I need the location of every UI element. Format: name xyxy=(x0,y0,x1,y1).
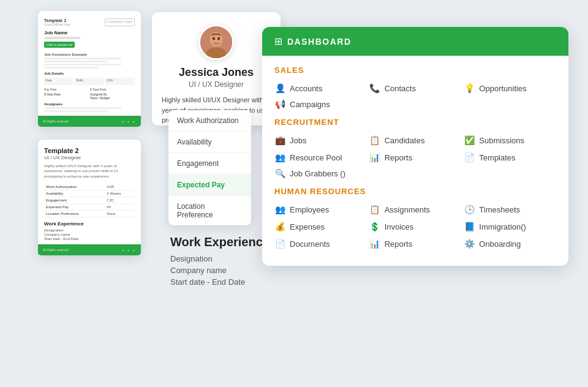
template1-section: Job Assistance Example xyxy=(44,53,135,56)
table-row: Location PreferenceNone xyxy=(44,211,135,217)
template1-badge: Click to preview ad xyxy=(44,42,75,48)
recruitment-section-title: RECRUITMENT xyxy=(274,118,556,127)
list-item: Designation xyxy=(170,254,270,263)
menu-label-onboarding: Onboarding xyxy=(479,239,521,249)
work-experience-section: Work Experience Designation Company name… xyxy=(170,235,270,289)
list-item: Company name xyxy=(170,266,270,275)
dashboard-body: SALES 👤 Accounts 📞 Contacts 💡 Opportunit… xyxy=(262,56,568,266)
submissions-icon: ✅ xyxy=(464,135,475,145)
hr-reports-icon: 📊 xyxy=(369,239,380,249)
sidebar-item-work-auth[interactable]: Work Authorization xyxy=(168,110,251,132)
table-row: Work AuthorizationH1B xyxy=(44,184,135,190)
menu-item-campaigns[interactable]: 📢 Campaigns xyxy=(274,98,556,110)
svg-point-5 xyxy=(217,37,220,40)
menu-item-candidates[interactable]: 📋 Candidates xyxy=(369,134,462,146)
sidebar-item-engagement[interactable]: Engagement xyxy=(168,153,251,175)
menu-label-submissions: Submissions xyxy=(479,136,524,145)
person-icon: 👤 xyxy=(274,83,285,93)
dashboard-title: DASHBOARD xyxy=(287,37,352,47)
avatar xyxy=(198,24,234,60)
menu-item-templates[interactable]: 📄 Templates xyxy=(464,151,556,163)
menu-label-employees: Employees xyxy=(290,205,329,214)
table-row: Availability2 Weeks xyxy=(44,190,135,197)
template2-footer: All Rights reserved xyxy=(43,248,69,252)
hr-section-title: HUMAN RESOURCES xyxy=(274,187,556,196)
template1-title: Template 1 xyxy=(44,18,70,23)
menu-item-documents[interactable]: 📄 Documents xyxy=(274,238,367,250)
menu-label-documents: Documents xyxy=(290,239,330,249)
candidates-icon: 📋 xyxy=(369,135,380,145)
templates-icon: 📄 xyxy=(464,152,475,162)
megaphone-icon: 📢 xyxy=(274,99,285,109)
menu-label-campaigns: Campaigns xyxy=(290,100,330,109)
menu-item-timesheets[interactable]: 🕒 Timesheets xyxy=(464,203,556,216)
resource-icon: 👥 xyxy=(274,152,285,162)
timesheets-icon: 🕒 xyxy=(464,205,475,214)
recruitment-menu-grid: 💼 Jobs 📋 Candidates ✅ Submissions 👥 Reso… xyxy=(274,134,556,163)
menu-label-invoices: Invoices xyxy=(385,222,414,231)
menu-item-assignments[interactable]: 📋 Assignments xyxy=(369,203,462,216)
profile-role: UI / UX Designer xyxy=(162,80,271,89)
menu-item-resource-pool[interactable]: 👥 Resource Pool xyxy=(274,151,367,163)
menu-label-expenses: Expenses xyxy=(290,222,325,231)
menu-label-timesheets: Timesheets xyxy=(479,205,520,214)
expenses-icon: 💰 xyxy=(274,222,285,231)
hr-menu-grid: 👥 Employees 📋 Assignments 🕒 Timesheets 💰… xyxy=(274,203,556,250)
menu-item-invoices[interactable]: 💲 Invoices xyxy=(369,220,462,233)
sidebar-item-location[interactable]: Location Preference xyxy=(168,196,251,225)
menu-label-jobs: Jobs xyxy=(290,136,306,145)
menu-item-reports-hr[interactable]: 📊 Reports xyxy=(369,238,462,250)
menu-label-job-grabbers: Job Grabbers () xyxy=(290,169,345,178)
briefcase-icon: 💼 xyxy=(274,135,285,145)
menu-item-reports-recruitment[interactable]: 📊 Reports xyxy=(369,151,462,163)
menu-item-submissions[interactable]: ✅ Submissions xyxy=(464,134,556,146)
documents-icon: 📄 xyxy=(274,239,285,249)
template2-card: Template 2 UI / UX Designer Highly skill… xyxy=(38,140,141,255)
template2-table: Work AuthorizationH1B Availability2 Week… xyxy=(44,184,135,217)
menu-item-employees[interactable]: 👥 Employees xyxy=(274,203,367,216)
phone-icon: 📞 xyxy=(369,83,380,93)
svg-point-4 xyxy=(213,37,215,40)
onboarding-icon: ⚙️ xyxy=(464,239,475,249)
menu-label-opportunities: Opportunities xyxy=(479,84,526,93)
menu-label-immigration: Immigration() xyxy=(479,222,526,231)
menu-label-accounts: Accounts xyxy=(290,84,322,93)
menu-item-opportunities[interactable]: 💡 Opportunities xyxy=(464,82,556,94)
search-icon: 🔍 xyxy=(274,168,285,178)
reports-icon: 📊 xyxy=(369,152,380,162)
menu-item-jobs[interactable]: 💼 Jobs xyxy=(274,134,367,146)
menu-label-resource-pool: Resource Pool xyxy=(290,153,342,162)
menu-item-immigration[interactable]: 📘 Immigration() xyxy=(464,220,556,233)
menu-item-onboarding[interactable]: ⚙️ Onboarding xyxy=(464,238,556,250)
dashboard-header: ⊞ DASHBOARD xyxy=(262,27,568,56)
menu-item-accounts[interactable]: 👤 Accounts xyxy=(274,82,367,94)
dashboard-icon: ⊞ xyxy=(274,36,282,47)
template2-role: UI / UX Designer xyxy=(44,155,135,160)
template2-workexp-title: Work Experience xyxy=(44,221,135,227)
template1-logo: Company Logo xyxy=(105,18,135,26)
profile-name: Jessica Jones xyxy=(162,66,271,79)
menu-label-contacts: Contacts xyxy=(385,84,416,93)
list-item: Company name xyxy=(44,233,135,236)
menu-label-reports-recruitment: Reports xyxy=(385,153,413,162)
sales-section-title: SALES xyxy=(274,66,556,75)
list-item: Start date - End Date xyxy=(170,277,270,287)
table-row: Expected Pay60 xyxy=(44,204,135,211)
sales-menu-grid: 👤 Accounts 📞 Contacts 💡 Opportunities xyxy=(274,82,556,94)
sidebar-item-expected-pay[interactable]: Expected Pay xyxy=(168,175,251,196)
template1-footer: All Rights reserved xyxy=(43,119,69,123)
menu-label-candidates: Candidates xyxy=(385,136,425,145)
template2-description: Highly skilled UI/UX Designer with 4 yea… xyxy=(44,163,135,179)
sidebar-item-availability[interactable]: Availability xyxy=(168,132,251,153)
menu-item-job-grabbers[interactable]: 🔍 Job Grabbers () xyxy=(274,167,556,179)
template2-title: Template 2 xyxy=(44,147,135,154)
menu-item-contacts[interactable]: 📞 Contacts xyxy=(369,82,462,94)
invoices-icon: 💲 xyxy=(369,222,380,231)
menu-label-reports-hr: Reports xyxy=(385,239,413,249)
list-item: Designation xyxy=(44,228,135,232)
assignments-icon: 📋 xyxy=(369,205,380,214)
profile-card: Jessica Jones UI / UX Designer Highly sk… xyxy=(152,12,281,126)
employees-icon: 👥 xyxy=(274,205,285,214)
list-item: Start date - End Date xyxy=(44,237,135,241)
menu-item-expenses[interactable]: 💰 Expenses xyxy=(274,220,367,233)
